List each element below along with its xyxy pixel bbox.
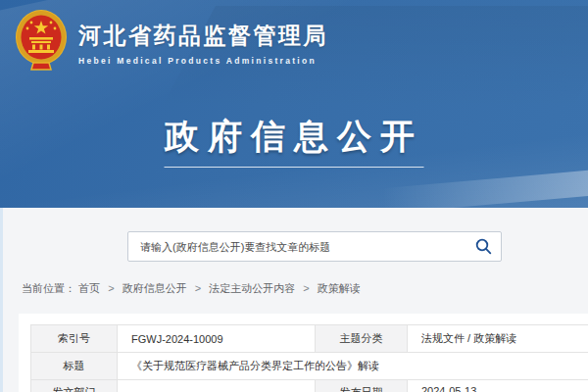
title-label: 标题 — [31, 353, 118, 380]
breadcrumb-item-statutory-disclosure[interactable]: 法定主动公开内容 — [209, 282, 295, 294]
national-emblem-icon — [14, 8, 69, 73]
content-section: 当前位置： 首页 > 政府信息公开 > 法定主动公开内容 > 政策解读 索引号 … — [0, 208, 588, 392]
search-bar — [127, 231, 502, 262]
title-underline — [165, 167, 424, 168]
topic-category-label: 主题分类 — [316, 325, 408, 353]
publish-date-value: 2024-05-13 — [408, 380, 588, 392]
breadcrumb-item-policy-interpretation[interactable]: 政策解读 — [318, 282, 361, 294]
search-input[interactable] — [128, 241, 466, 253]
breadcrumb-separator: > — [195, 282, 201, 294]
index-number-label: 索引号 — [31, 325, 118, 353]
org-name-en: Hebei Medical Products Administration — [78, 56, 328, 66]
left-edge-strip — [0, 208, 3, 392]
breadcrumb-separator: > — [303, 282, 309, 294]
org-names: 河北省药品监督管理局 Hebei Medical Products Admini… — [78, 15, 328, 66]
index-number-value: FGWJ-2024-10009 — [118, 325, 316, 353]
breadcrumb-item-home[interactable]: 首页 — [78, 282, 100, 294]
breadcrumb-prefix: 当前位置： — [22, 282, 75, 294]
breadcrumb: 当前位置： 首页 > 政府信息公开 > 法定主动公开内容 > 政策解读 — [22, 281, 361, 296]
title-value: 《关于规范医疗器械产品分类界定工作的公告》解读 — [118, 353, 588, 380]
page-title: 政府信息公开 — [0, 114, 588, 160]
table-row: 标题 《关于规范医疗器械产品分类界定工作的公告》解读 — [31, 353, 588, 380]
top-banner: 河北省药品监督管理局 Hebei Medical Products Admini… — [0, 0, 588, 208]
issuing-department-value — [118, 380, 316, 392]
breadcrumb-item-gov-info[interactable]: 政府信息公开 — [122, 282, 187, 294]
table-row: 索引号 FGWJ-2024-10009 主题分类 法规文件 / 政策解读 — [31, 325, 588, 353]
table-row: 发文部门 发布日期 2024-05-13 — [31, 380, 588, 392]
topic-category-value: 法规文件 / 政策解读 — [408, 325, 588, 353]
issuing-department-label: 发文部门 — [31, 380, 118, 392]
site-header: 河北省药品监督管理局 Hebei Medical Products Admini… — [14, 8, 328, 73]
breadcrumb-separator: > — [108, 282, 114, 294]
search-icon[interactable] — [466, 232, 501, 261]
document-card: 索引号 FGWJ-2024-10009 主题分类 法规文件 / 政策解读 标题 … — [19, 314, 588, 392]
publish-date-label: 发布日期 — [316, 380, 408, 392]
org-name-cn: 河北省药品监督管理局 — [78, 21, 328, 51]
document-info-table: 索引号 FGWJ-2024-10009 主题分类 法规文件 / 政策解读 标题 … — [30, 324, 588, 392]
